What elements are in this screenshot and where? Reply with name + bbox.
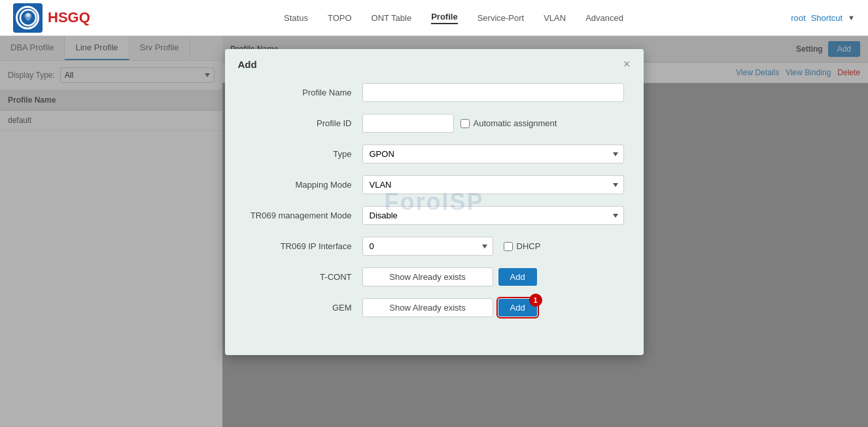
profile-id-label: Profile ID (245, 118, 362, 128)
modal-title: Add (238, 59, 257, 70)
mapping-mode-row: Mapping Mode VLAN GEM Port (245, 175, 624, 194)
profile-name-row: Profile Name (245, 83, 624, 102)
type-row: Type GPON EPON (245, 145, 624, 163)
modal-body: Profile Name Profile ID Automatic assign… (225, 77, 644, 335)
modal-overlay: ForoISP Add × Profile Name Profile ID (0, 36, 868, 427)
profile-id-row: Profile ID Automatic assignment (245, 114, 624, 133)
tcont-label: T-CONT (245, 272, 362, 282)
gem-show-exists-button[interactable]: Show Already exists (362, 298, 493, 317)
nav-shortcut[interactable]: Shortcut (811, 13, 842, 23)
logo-icon (13, 3, 43, 33)
top-navigation: HSGQ Status TOPO ONT Table Profile Servi… (0, 0, 868, 36)
logo-area: HSGQ (13, 3, 90, 33)
nav-topo[interactable]: TOPO (328, 13, 352, 23)
modal-close-button[interactable]: × (623, 58, 631, 70)
auto-assign-group: Automatic assignment (460, 118, 557, 128)
tr069-mode-row: TR069 management Mode Disable Enable (245, 206, 624, 225)
auto-assign-label: Automatic assignment (474, 118, 557, 128)
tr069-ip-select[interactable]: 0 1 (362, 237, 493, 256)
tcont-show-exists-button[interactable]: Show Already exists (362, 267, 493, 286)
gem-add-badge: 1 (529, 294, 542, 307)
tr069-mode-label: TR069 management Mode (245, 211, 362, 220)
type-label: Type (245, 149, 362, 159)
nav-links: Status TOPO ONT Table Profile Service-Po… (116, 12, 791, 24)
nav-right: root Shortcut ▼ (791, 13, 855, 23)
gem-label: GEM (245, 303, 362, 313)
nav-profile[interactable]: Profile (431, 12, 457, 24)
dhcp-checkbox[interactable] (504, 242, 513, 251)
mapping-mode-label: Mapping Mode (245, 180, 362, 190)
nav-status[interactable]: Status (284, 13, 308, 23)
gem-add-btn-wrapper: Add 1 (498, 299, 537, 316)
nav-user[interactable]: root (791, 13, 805, 23)
dhcp-label: DHCP (517, 241, 541, 251)
nav-service-port[interactable]: Service-Port (477, 13, 525, 23)
svg-point-1 (26, 13, 30, 17)
gem-row: GEM Show Already exists Add 1 (245, 298, 624, 317)
svg-point-0 (20, 10, 36, 26)
tr069-ip-label: TR069 IP Interface (245, 241, 362, 251)
profile-id-input[interactable] (362, 114, 454, 133)
tr069-mode-select[interactable]: Disable Enable (362, 206, 624, 225)
nav-ont-table[interactable]: ONT Table (372, 13, 412, 23)
tcont-add-button[interactable]: Add (498, 268, 537, 286)
gem-controls: Show Already exists Add 1 (362, 298, 537, 317)
auto-assign-checkbox[interactable] (460, 119, 470, 128)
add-modal: ForoISP Add × Profile Name Profile ID (225, 49, 644, 355)
tr069-ip-row: TR069 IP Interface 0 1 DHCP (245, 237, 624, 256)
dhcp-group: DHCP (504, 241, 541, 251)
modal-header: Add × (225, 49, 644, 77)
nav-dropdown-icon[interactable]: ▼ (848, 14, 855, 22)
profile-name-label: Profile Name (245, 88, 362, 97)
logo-text: HSGQ (48, 9, 90, 26)
nav-advanced[interactable]: Advanced (585, 13, 623, 23)
tcont-controls: Show Already exists Add (362, 267, 537, 286)
nav-vlan[interactable]: VLAN (544, 13, 566, 23)
mapping-mode-select[interactable]: VLAN GEM Port (362, 175, 624, 194)
main-area: DBA Profile Line Profile Srv Profile Dis… (0, 36, 868, 427)
type-select[interactable]: GPON EPON (362, 145, 624, 163)
profile-name-input[interactable] (362, 83, 624, 102)
tcont-row: T-CONT Show Already exists Add (245, 267, 624, 286)
